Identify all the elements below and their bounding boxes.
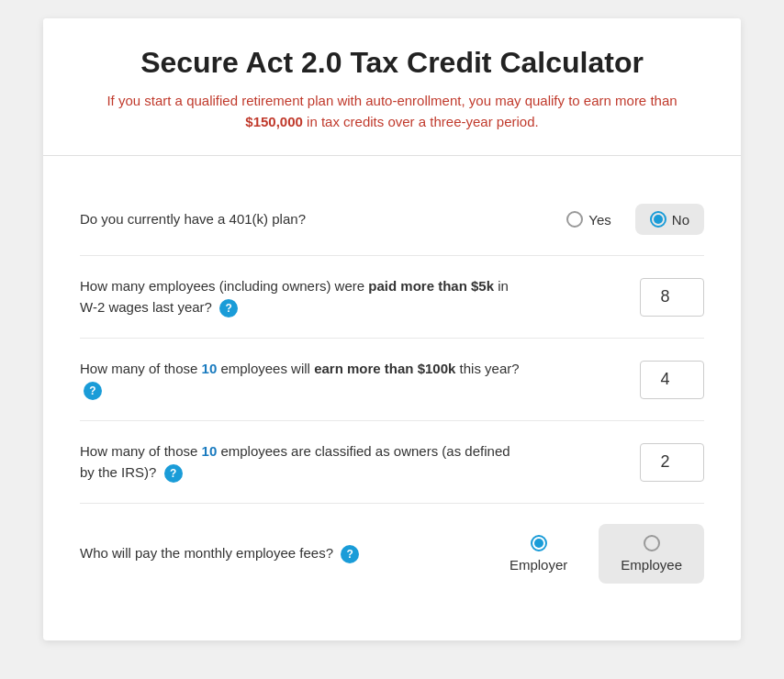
question-100k-text: How many of those 10 employees will earn… (80, 359, 521, 400)
subtitle-text-after: in tax credits over a three-year period. (303, 114, 539, 129)
yes-radio-circle (566, 211, 583, 228)
q2-text-a: How many employees (including owners) we… (80, 278, 368, 294)
employer-radio-circle (531, 535, 547, 551)
q3-num: 10 (202, 361, 218, 376)
calculator-container: Secure Act 2.0 Tax Credit Calculator If … (43, 18, 741, 640)
questions-content: Do you currently have a 401(k) plan? Yes… (43, 156, 741, 640)
question-fee-payer: Who will pay the monthly employee fees? … (80, 504, 704, 604)
subtitle-text-before: If you start a qualified retirement plan… (106, 93, 677, 108)
no-label: No (672, 212, 689, 228)
no-option[interactable]: No (635, 204, 704, 235)
q3-answer (640, 361, 704, 399)
q5-text: Who will pay the monthly employee fees? (80, 545, 333, 561)
question-401k-text: Do you currently have a 401(k) plan? (80, 209, 521, 230)
page-title: Secure Act 2.0 Tax Credit Calculator (80, 46, 704, 80)
question-5k: How many employees (including owners) we… (80, 256, 704, 339)
employee-radio-circle (644, 535, 660, 551)
question-401k: Do you currently have a 401(k) plan? Yes… (80, 184, 704, 256)
q2-help-icon[interactable]: ? (219, 299, 238, 317)
yes-option[interactable]: Yes (552, 204, 625, 235)
yes-no-answer: Yes No (552, 204, 704, 235)
employees-5k-input[interactable] (640, 278, 704, 317)
q2-answer (640, 278, 704, 317)
employee-option[interactable]: Employee (599, 524, 704, 584)
q3-bold: earn more than $100k (314, 361, 455, 376)
subtitle-highlight: $150,000 (245, 114, 303, 129)
employees-100k-input[interactable] (640, 361, 704, 399)
q3-text-c: this year? (455, 361, 519, 376)
question-5k-text: How many employees (including owners) we… (80, 276, 521, 317)
q4-answer (640, 443, 704, 482)
question-owners-text: How many of those 10 employees are class… (80, 441, 521, 483)
q5-help-icon[interactable]: ? (341, 545, 359, 563)
no-radio-circle (650, 211, 666, 228)
header: Secure Act 2.0 Tax Credit Calculator If … (43, 18, 741, 156)
fee-payer-answer: Employer Employee (487, 524, 704, 584)
employer-label: Employer (510, 557, 567, 573)
question-fee-payer-text: Who will pay the monthly employee fees? … (80, 543, 469, 564)
q3-text-b: employees will (217, 361, 314, 376)
q4-help-icon[interactable]: ? (164, 464, 183, 483)
question-owners: How many of those 10 employees are class… (80, 421, 704, 504)
employee-label: Employee (621, 557, 682, 573)
q3-help-icon[interactable]: ? (84, 382, 102, 400)
employer-option[interactable]: Employer (487, 524, 589, 584)
q3-text-a: How many of those (80, 361, 202, 376)
q4-text-a: How many of those (80, 443, 202, 459)
q4-num: 10 (202, 443, 218, 459)
question-100k: How many of those 10 employees will earn… (80, 339, 704, 421)
header-subtitle: If you start a qualified retirement plan… (80, 91, 704, 132)
yes-label: Yes (588, 212, 610, 228)
owners-input[interactable] (640, 443, 704, 482)
q2-bold-text: paid more than $5k (368, 278, 494, 294)
